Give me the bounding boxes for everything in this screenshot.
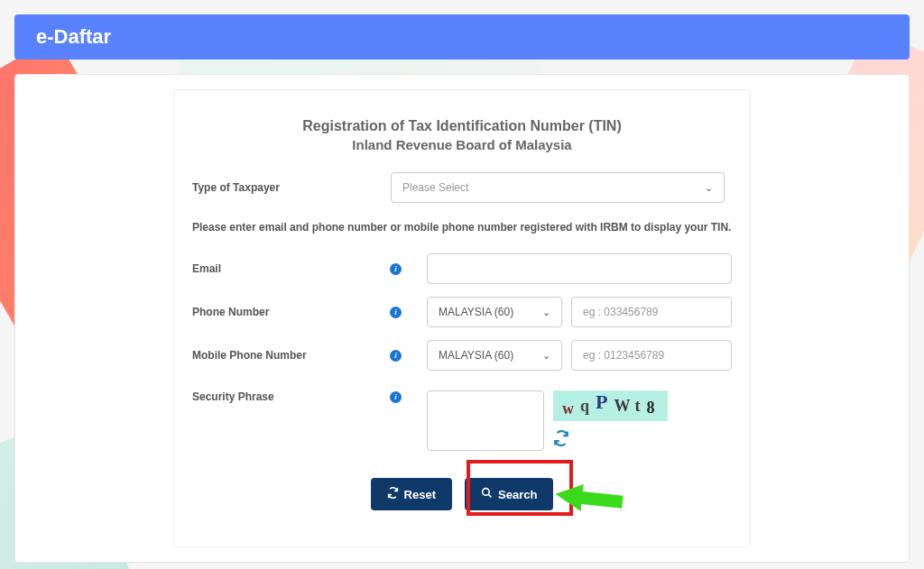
security-row: Security Phrase i w q P Wt 8 [192, 390, 732, 451]
page-header: e-Daftar [14, 14, 910, 60]
mobile-label-col: Mobile Phone Number i [192, 349, 427, 362]
info-icon[interactable]: i [390, 263, 402, 275]
phone-label: Phone Number [192, 306, 269, 318]
phone-input[interactable] [571, 297, 732, 327]
mobile-label: Mobile Phone Number [192, 349, 307, 362]
chevron-down-icon: ⌄ [542, 307, 550, 318]
security-input[interactable] [427, 390, 544, 451]
mobile-input[interactable] [571, 340, 732, 371]
taxpayer-row: Type of Taxpayer Please Select ⌄ [192, 172, 732, 203]
info-icon[interactable]: i [390, 391, 402, 403]
phone-label-col: Phone Number i [192, 306, 427, 318]
captcha-image: w q P Wt 8 [553, 390, 668, 421]
phone-row: Phone Number i MALAYSIA (60) ⌄ [192, 297, 732, 327]
taxpayer-label: Type of Taxpayer [192, 181, 391, 194]
mobile-country-select[interactable]: MALAYSIA (60) ⌄ [427, 340, 562, 371]
refresh-icon [387, 487, 399, 501]
info-icon[interactable]: i [390, 307, 402, 318]
chevron-down-icon: ⌄ [542, 350, 550, 362]
svg-line-1 [488, 494, 491, 497]
email-label: Email [192, 262, 221, 275]
security-label: Security Phrase [192, 390, 274, 403]
info-icon[interactable]: i [390, 350, 402, 362]
form-title: Registration of Tax Identification Numbe… [192, 115, 732, 137]
button-row: Reset Search [192, 478, 732, 510]
svg-point-0 [483, 489, 490, 496]
main-card: Registration of Tax Identification Numbe… [14, 74, 910, 563]
mobile-row: Mobile Phone Number i MALAYSIA (60) ⌄ [192, 340, 732, 371]
reset-button[interactable]: Reset [371, 478, 452, 510]
security-label-col: Security Phrase i [192, 390, 427, 403]
email-label-col: Email i [192, 262, 427, 275]
refresh-icon[interactable] [553, 430, 569, 451]
phone-country-select[interactable]: MALAYSIA (60) ⌄ [427, 297, 562, 327]
email-row: Email i [192, 253, 732, 284]
chevron-down-icon: ⌄ [705, 182, 713, 194]
email-input[interactable] [427, 253, 732, 284]
search-icon [481, 487, 493, 501]
taxpayer-select[interactable]: Please Select ⌄ [391, 172, 725, 203]
form-card: Registration of Tax Identification Numbe… [173, 89, 751, 547]
instruction-text: Please enter email and phone number or m… [192, 221, 732, 234]
search-button[interactable]: Search [465, 478, 553, 510]
header-title: e-Daftar [36, 25, 111, 48]
form-subtitle: Inland Revenue Board of Malaysia [192, 137, 732, 152]
